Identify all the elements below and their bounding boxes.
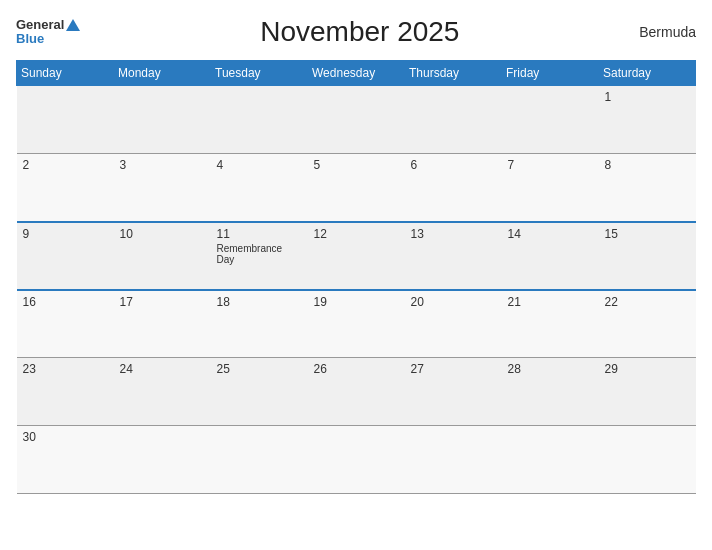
calendar-cell: 19	[308, 290, 405, 358]
day-number: 20	[411, 295, 496, 309]
calendar-cell: 3	[114, 154, 211, 222]
day-number: 15	[605, 227, 690, 241]
calendar-cell: 21	[502, 290, 599, 358]
day-number: 18	[217, 295, 302, 309]
header-saturday: Saturday	[599, 61, 696, 86]
calendar-cell	[114, 426, 211, 494]
calendar-header: General Blue November 2025 Bermuda	[16, 16, 696, 48]
weekday-header-row: Sunday Monday Tuesday Wednesday Thursday…	[17, 61, 696, 86]
day-number: 7	[508, 158, 593, 172]
day-number: 17	[120, 295, 205, 309]
calendar-cell: 12	[308, 222, 405, 290]
day-number: 21	[508, 295, 593, 309]
header-tuesday: Tuesday	[211, 61, 308, 86]
week-row-5: 30	[17, 426, 696, 494]
day-number: 25	[217, 362, 302, 376]
week-row-3: 16171819202122	[17, 290, 696, 358]
calendar-cell	[114, 86, 211, 154]
calendar-cell	[211, 86, 308, 154]
calendar-cell: 29	[599, 358, 696, 426]
logo-blue-text: Blue	[16, 32, 44, 46]
calendar-cell: 20	[405, 290, 502, 358]
header-monday: Monday	[114, 61, 211, 86]
day-number: 27	[411, 362, 496, 376]
calendar-cell: 5	[308, 154, 405, 222]
day-number: 12	[314, 227, 399, 241]
calendar-cell	[308, 426, 405, 494]
header-sunday: Sunday	[17, 61, 114, 86]
calendar-cell	[17, 86, 114, 154]
calendar-cell: 8	[599, 154, 696, 222]
day-number: 23	[23, 362, 108, 376]
logo: General Blue	[16, 18, 80, 47]
day-number: 8	[605, 158, 690, 172]
calendar-cell: 16	[17, 290, 114, 358]
logo-triangle-icon	[66, 19, 80, 31]
calendar-cell: 22	[599, 290, 696, 358]
calendar-wrapper: General Blue November 2025 Bermuda Sunda…	[0, 0, 712, 550]
calendar-cell: 28	[502, 358, 599, 426]
calendar-cell	[599, 426, 696, 494]
calendar-cell: 7	[502, 154, 599, 222]
calendar-cell: 2	[17, 154, 114, 222]
day-number: 26	[314, 362, 399, 376]
calendar-table: Sunday Monday Tuesday Wednesday Thursday…	[16, 60, 696, 494]
calendar-cell: 6	[405, 154, 502, 222]
week-row-2: 91011Remembrance Day12131415	[17, 222, 696, 290]
event-label: Remembrance Day	[217, 243, 302, 265]
header-thursday: Thursday	[405, 61, 502, 86]
calendar-cell: 11Remembrance Day	[211, 222, 308, 290]
calendar-cell: 23	[17, 358, 114, 426]
header-friday: Friday	[502, 61, 599, 86]
calendar-cell	[211, 426, 308, 494]
day-number: 2	[23, 158, 108, 172]
day-number: 14	[508, 227, 593, 241]
region-label: Bermuda	[639, 24, 696, 40]
day-number: 19	[314, 295, 399, 309]
calendar-cell: 14	[502, 222, 599, 290]
day-number: 4	[217, 158, 302, 172]
calendar-cell	[405, 426, 502, 494]
calendar-cell	[308, 86, 405, 154]
calendar-cell: 1	[599, 86, 696, 154]
week-row-0: 1	[17, 86, 696, 154]
calendar-title: November 2025	[260, 16, 459, 48]
day-number: 10	[120, 227, 205, 241]
day-number: 24	[120, 362, 205, 376]
calendar-cell: 25	[211, 358, 308, 426]
day-number: 1	[605, 90, 690, 104]
day-number: 22	[605, 295, 690, 309]
calendar-cell: 17	[114, 290, 211, 358]
day-number: 30	[23, 430, 108, 444]
calendar-cell: 26	[308, 358, 405, 426]
calendar-cell: 9	[17, 222, 114, 290]
day-number: 5	[314, 158, 399, 172]
day-number: 9	[23, 227, 108, 241]
day-number: 28	[508, 362, 593, 376]
week-row-4: 23242526272829	[17, 358, 696, 426]
calendar-cell	[405, 86, 502, 154]
calendar-cell: 18	[211, 290, 308, 358]
calendar-cell: 15	[599, 222, 696, 290]
calendar-cell	[502, 86, 599, 154]
calendar-cell: 13	[405, 222, 502, 290]
day-number: 6	[411, 158, 496, 172]
day-number: 3	[120, 158, 205, 172]
calendar-cell: 30	[17, 426, 114, 494]
logo-general-text: General	[16, 18, 64, 32]
calendar-cell: 4	[211, 154, 308, 222]
calendar-cell	[502, 426, 599, 494]
calendar-cell: 24	[114, 358, 211, 426]
day-number: 29	[605, 362, 690, 376]
calendar-cell: 10	[114, 222, 211, 290]
week-row-1: 2345678	[17, 154, 696, 222]
day-number: 13	[411, 227, 496, 241]
calendar-cell: 27	[405, 358, 502, 426]
day-number: 16	[23, 295, 108, 309]
day-number: 11	[217, 227, 302, 241]
header-wednesday: Wednesday	[308, 61, 405, 86]
